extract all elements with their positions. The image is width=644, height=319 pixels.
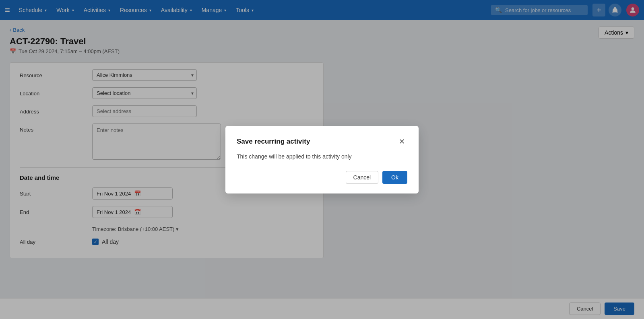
dialog-close-button[interactable]: ✕ (396, 137, 407, 146)
dialog-title: Save recurring activity (237, 138, 310, 146)
dialog-header: Save recurring activity ✕ (237, 137, 407, 146)
dialog: Save recurring activity ✕ This change wi… (225, 126, 419, 193)
dialog-footer: Cancel Ok (237, 171, 407, 184)
dialog-ok-button[interactable]: Ok (382, 171, 407, 184)
dialog-body: This change will be applied to this acti… (237, 153, 407, 160)
dialog-cancel-button[interactable]: Cancel (346, 171, 379, 184)
modal-overlay: Save recurring activity ✕ This change wi… (0, 0, 644, 319)
